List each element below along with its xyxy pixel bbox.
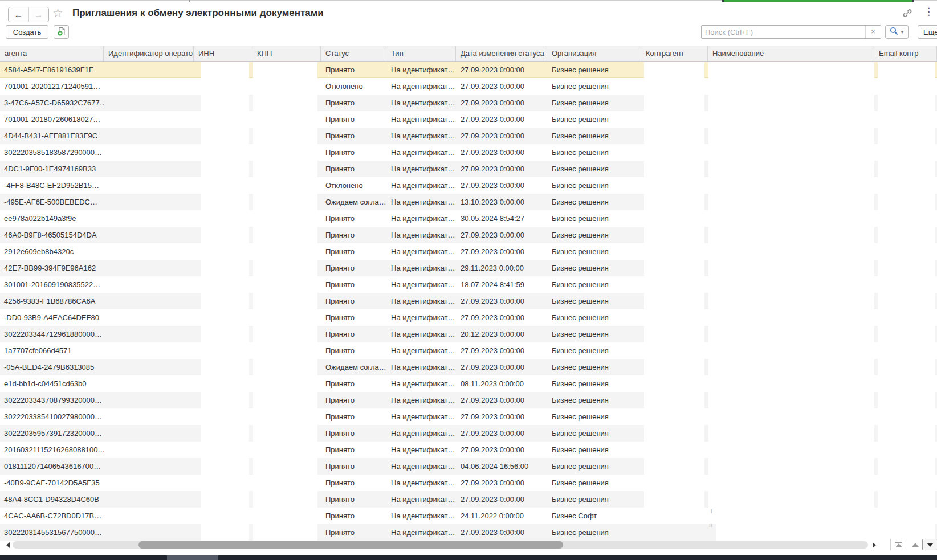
cell[interactable] xyxy=(104,194,194,210)
cell[interactable]: Бизнес решения xyxy=(547,408,641,425)
cell[interactable]: Бизнес решения xyxy=(547,425,641,442)
cell[interactable]: -495E-AF6E-500BEBEDC… xyxy=(0,194,104,210)
cell[interactable]: 27.09.2023 0:00:00 xyxy=(456,524,547,541)
cell[interactable]: 3022203344712961880000… xyxy=(0,326,104,342)
cell[interactable]: 04.06.2024 16:56:00 xyxy=(456,458,547,475)
cell[interactable]: 4256-9383-F1B68786CA6A xyxy=(0,293,104,309)
cell[interactable] xyxy=(104,243,194,260)
cell[interactable]: Бизнес решения xyxy=(547,177,641,194)
cell[interactable] xyxy=(104,260,194,276)
cell[interactable] xyxy=(104,342,194,359)
cell[interactable]: Принято xyxy=(321,309,386,326)
cell[interactable]: На идентификат… xyxy=(386,62,456,77)
cell[interactable]: 27.09.2023 0:00:00 xyxy=(456,62,547,77)
cell[interactable]: Отклонено xyxy=(321,78,386,95)
cell[interactable]: Бизнес решения xyxy=(547,491,641,508)
cell[interactable]: На идентификат… xyxy=(386,293,456,309)
cell[interactable]: 13.10.2023 0:00:00 xyxy=(456,194,547,210)
create-button[interactable]: Создать xyxy=(6,25,48,39)
cell[interactable]: Принято xyxy=(321,144,386,161)
cell[interactable]: Бизнес решения xyxy=(547,194,641,210)
cell[interactable]: На идентификат… xyxy=(386,442,456,458)
cell[interactable]: 4584-A547-F86191639F1F xyxy=(0,62,104,77)
cell[interactable]: Бизнес решения xyxy=(547,161,641,177)
cell[interactable] xyxy=(104,78,194,95)
cell[interactable] xyxy=(104,161,194,177)
scroll-up-button[interactable] xyxy=(909,539,922,550)
cell[interactable] xyxy=(104,95,194,111)
cell[interactable] xyxy=(104,210,194,227)
cell[interactable] xyxy=(641,524,708,541)
cell[interactable]: На идентификат… xyxy=(386,78,456,95)
cell[interactable]: 20160321115216268088100… xyxy=(0,442,104,458)
cell[interactable]: Бизнес решения xyxy=(547,276,641,293)
cell[interactable]: 27.09.2023 0:00:00 xyxy=(456,161,547,177)
cell[interactable]: 4DC1-9F00-1E4974169B33 xyxy=(0,161,104,177)
cell[interactable]: Принято xyxy=(321,375,386,392)
column-header[interactable]: Наименование xyxy=(708,46,874,61)
link-icon[interactable] xyxy=(902,8,912,18)
cell[interactable]: На идентификат… xyxy=(386,375,456,392)
cell[interactable]: ee978a022b149a3f9e xyxy=(0,210,104,227)
scroll-down-button[interactable] xyxy=(922,539,937,550)
cell[interactable] xyxy=(104,375,194,392)
cell[interactable]: 20.12.2023 0:00:00 xyxy=(456,326,547,342)
cell[interactable] xyxy=(104,111,194,128)
cell[interactable]: 701001-202012171240591… xyxy=(0,78,104,95)
cell[interactable]: Бизнес решения xyxy=(547,342,641,359)
cell[interactable]: Ожидаем согла… xyxy=(321,359,386,375)
cell[interactable] xyxy=(104,458,194,475)
column-header[interactable]: Организация xyxy=(547,46,641,61)
cell[interactable]: Принято xyxy=(321,342,386,359)
cell[interactable]: 27.09.2023 0:00:00 xyxy=(456,144,547,161)
cell[interactable]: e1d-bb1d-c04451cd63b0 xyxy=(0,375,104,392)
cell[interactable] xyxy=(104,326,194,342)
cell[interactable]: Принято xyxy=(321,260,386,276)
cell[interactable]: Принято xyxy=(321,276,386,293)
search-input[interactable] xyxy=(702,26,865,38)
cell[interactable] xyxy=(104,491,194,508)
cell[interactable]: На идентификат… xyxy=(386,276,456,293)
search-button[interactable]: ▼ xyxy=(885,25,909,39)
cell[interactable]: На идентификат… xyxy=(386,326,456,342)
cell[interactable]: 42E7-BB99-394F9E96A162 xyxy=(0,260,104,276)
cell[interactable]: На идентификат… xyxy=(386,210,456,227)
cell[interactable]: На идентификат… xyxy=(386,95,456,111)
cell[interactable]: На идентификат… xyxy=(386,524,456,541)
cell[interactable]: Бизнес решения xyxy=(547,359,641,375)
cell[interactable]: 27.09.2023 0:00:00 xyxy=(456,111,547,128)
cell[interactable]: 29.11.2023 0:00:00 xyxy=(456,260,547,276)
column-header[interactable]: Контрагент xyxy=(641,46,708,61)
forward-button[interactable]: → xyxy=(29,7,49,22)
cell[interactable]: Бизнес решения xyxy=(547,78,641,95)
cell[interactable]: Бизнес решения xyxy=(547,144,641,161)
cell[interactable]: На идентификат… xyxy=(386,458,456,475)
cell[interactable]: 27.09.2023 0:00:00 xyxy=(456,425,547,442)
back-button[interactable]: ← xyxy=(9,7,29,22)
cell[interactable]: Принято xyxy=(321,425,386,442)
cell[interactable]: На идентификат… xyxy=(386,128,456,144)
cell[interactable]: Принято xyxy=(321,491,386,508)
cell[interactable]: Принято xyxy=(321,524,386,541)
column-header[interactable]: Email контр xyxy=(874,46,937,61)
cell[interactable]: Бизнес решения xyxy=(547,210,641,227)
cell[interactable]: На идентификат… xyxy=(386,342,456,359)
scroll-left-arrow-icon[interactable] xyxy=(6,542,10,548)
favorite-star-icon[interactable]: ☆ xyxy=(52,6,63,20)
cell[interactable] xyxy=(104,359,194,375)
cell[interactable]: Принято xyxy=(321,62,386,77)
cell[interactable]: 30.05.2024 8:54:27 xyxy=(456,210,547,227)
cell[interactable]: Принято xyxy=(321,161,386,177)
cell[interactable]: На идентификат… xyxy=(386,392,456,408)
cell[interactable] xyxy=(104,442,194,458)
cell[interactable]: Принято xyxy=(321,326,386,342)
horizontal-scrollbar-thumb[interactable] xyxy=(138,541,563,549)
new-document-button[interactable] xyxy=(54,25,69,39)
cell[interactable]: 27.09.2023 0:00:00 xyxy=(456,78,547,95)
cell[interactable] xyxy=(104,227,194,243)
cell[interactable]: Бизнес решения xyxy=(547,326,641,342)
cell[interactable]: 27.09.2023 0:00:00 xyxy=(456,293,547,309)
cell[interactable]: 3022203385410027980000… xyxy=(0,408,104,425)
cell[interactable]: На идентификат… xyxy=(386,194,456,210)
cell[interactable]: 4D44-B431-AFF881E83F9C xyxy=(0,128,104,144)
